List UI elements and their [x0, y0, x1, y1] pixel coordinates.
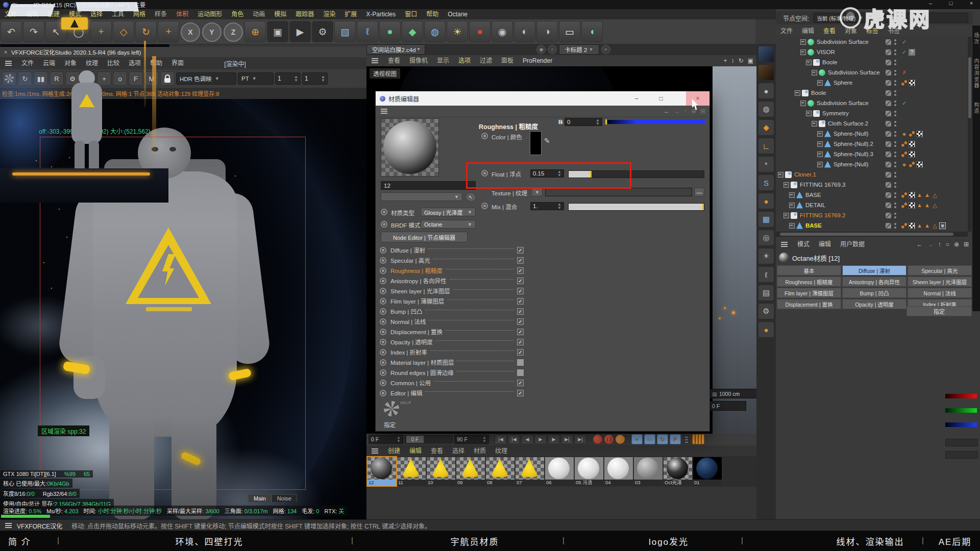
hamburger-icon[interactable]: [5, 61, 12, 62]
passes-stepper[interactable]: 1▲▼: [302, 72, 328, 85]
object-tree-row[interactable]: Boole: [776, 57, 968, 67]
expand-icon[interactable]: [817, 141, 823, 147]
channel-row[interactable]: Common | 公用: [376, 378, 529, 388]
render-thumb-2[interactable]: [758, 64, 774, 81]
dolly-icon[interactable]: ↕: [731, 57, 734, 64]
object-tree-row[interactable]: VISOR ✓?: [776, 47, 968, 57]
visibility-toggle[interactable]: [886, 162, 891, 167]
material-name-field[interactable]: 12: [381, 181, 476, 190]
scale-field[interactable]: ▦1000 cm: [709, 389, 756, 398]
liveviewer-menu-item[interactable]: 帮助: [145, 58, 167, 68]
material-thumbnail[interactable]: 03: [634, 457, 663, 486]
channel-checkbox[interactable]: [517, 390, 524, 396]
forward-icon[interactable]: →: [674, 108, 680, 115]
axis-z[interactable]: Z: [224, 22, 243, 42]
material-menu-item[interactable]: 纹理: [491, 446, 512, 456]
keyframe-dots-icon[interactable]: ••••••: [682, 435, 691, 444]
menu-item[interactable]: 角色: [227, 9, 248, 19]
visibility-toggle[interactable]: [886, 152, 891, 157]
object-tree-row[interactable]: FITTING 16769.2: [776, 210, 968, 220]
preview-shape-dropdown[interactable]: ▼: [381, 192, 462, 201]
visibility-toggle[interactable]: [886, 172, 891, 178]
pin-focus[interactable]: F: [129, 71, 143, 86]
render-view[interactable]: ▣: [267, 21, 288, 42]
back-icon[interactable]: ←: [664, 108, 670, 115]
expand-icon[interactable]: [806, 111, 812, 116]
undo[interactable]: ↶: [1, 21, 22, 42]
kernel-dropdown[interactable]: PT▼: [238, 72, 274, 85]
channel-row[interactable]: Diffuse | 漫射: [376, 245, 529, 255]
material-thumbnail[interactable]: 04: [604, 457, 633, 486]
channel-row[interactable]: Anisotropy | 各向异性: [376, 276, 529, 286]
next-key[interactable]: ▶|: [561, 435, 573, 444]
frame-field[interactable]: 0 F: [709, 401, 746, 411]
up-icon[interactable]: ↑: [938, 241, 941, 248]
menu-item[interactable]: 模拟: [270, 9, 291, 19]
tree-horizontal-scrollbar[interactable]: [776, 232, 968, 237]
simulate[interactable]: ◆: [402, 21, 423, 42]
last-tool[interactable]: +: [158, 21, 179, 42]
brdf-dropdown[interactable]: Octane▼: [421, 220, 476, 229]
material-sphere-1[interactable]: ◐: [514, 21, 535, 42]
object-menu-item[interactable]: 查看: [819, 26, 840, 36]
object-tree-row[interactable]: Sphere-(Null) ●: [776, 159, 968, 169]
autokey[interactable]: ( ): [604, 435, 614, 444]
hamburger-icon[interactable]: [381, 109, 387, 110]
expand-icon[interactable]: [812, 121, 817, 127]
key-scale[interactable]: ▭: [644, 434, 655, 444]
expand-icon[interactable]: [778, 172, 783, 178]
object-tree-row[interactable]: BASE ▲▲△▣: [776, 220, 968, 231]
channel-checkbox[interactable]: [517, 380, 524, 386]
channel-row[interactable]: Material layer | 材质图层: [376, 357, 529, 367]
channel-checkbox[interactable]: [517, 247, 524, 254]
attribute-tab[interactable]: Displacement | 置换: [777, 299, 841, 309]
material-thumbnail[interactable]: 05 污渍: [575, 457, 603, 486]
material-menu-item[interactable]: 查看: [426, 446, 448, 456]
s-badge[interactable]: S: [758, 174, 774, 191]
visibility-toggle[interactable]: [886, 60, 891, 65]
tab-option-icon[interactable]: ○: [548, 45, 557, 54]
menu-item[interactable]: 渲染: [318, 9, 340, 19]
expand-icon[interactable]: [817, 162, 823, 167]
target[interactable]: ◎: [758, 230, 774, 246]
document-tab[interactable]: 空间站白膜2.c4d *: [366, 44, 425, 55]
up-icon[interactable]: ↑: [684, 108, 687, 115]
rgb-gradient-slider[interactable]: [607, 120, 705, 124]
visibility-dots[interactable]: [894, 131, 896, 133]
visibility-dots[interactable]: [894, 182, 896, 184]
hamburger-icon[interactable]: [372, 58, 378, 59]
visibility-dots[interactable]: [894, 70, 896, 72]
goto-start[interactable]: |◀: [495, 435, 507, 444]
material-sphere-2[interactable]: ◑: [536, 21, 558, 42]
expand-icon[interactable]: [800, 101, 806, 106]
attribute-tab[interactable]: Anisotropy | 各向异性: [842, 277, 906, 287]
goto-end[interactable]: ▶|: [574, 435, 586, 444]
attribute-menu-item[interactable]: 模式: [793, 239, 814, 249]
channel-checkbox[interactable]: [517, 339, 524, 345]
key-parameter[interactable]: P: [670, 434, 681, 444]
environment[interactable]: ◖: [581, 21, 603, 42]
attribute-tab[interactable]: Specular | 高光: [908, 265, 972, 276]
attribute-tab[interactable]: Bump | 凹凸: [842, 288, 906, 298]
liveviewer-close-icon[interactable]: ×: [0, 49, 11, 55]
render-pass-tab[interactable]: Noise: [272, 494, 297, 502]
visibility-toggle[interactable]: [886, 182, 891, 188]
layout-tab[interactable]: 卡标题 2 ▼: [559, 44, 599, 55]
menu-item[interactable]: Octane: [443, 9, 472, 19]
visibility-dots[interactable]: [894, 203, 896, 205]
visibility-toggle[interactable]: [886, 49, 891, 55]
object-tree-row[interactable]: FITTING 16769.3: [776, 180, 968, 190]
attribute-tab[interactable]: Roughness | 粗糙度: [777, 277, 841, 287]
subdivision-surface[interactable]: ●: [379, 21, 401, 42]
visibility-dots[interactable]: [894, 152, 896, 154]
menu-item[interactable]: 体积: [172, 9, 193, 19]
prev-key[interactable]: |◀: [508, 435, 520, 444]
material-thumbnail[interactable]: Oct光泽: [664, 457, 692, 486]
channel-row[interactable]: Roughness | 粗糙度: [376, 265, 529, 276]
attribute-menu-item[interactable]: 编辑: [814, 239, 836, 249]
close-button[interactable]: ×: [965, 0, 978, 6]
spline-corner[interactable]: ∟: [758, 138, 774, 154]
timeline-start-field[interactable]: 0 F▲▼: [369, 435, 403, 444]
mix-slider[interactable]: [568, 203, 704, 211]
liveviewer-menu-item[interactable]: 对象: [60, 58, 81, 68]
